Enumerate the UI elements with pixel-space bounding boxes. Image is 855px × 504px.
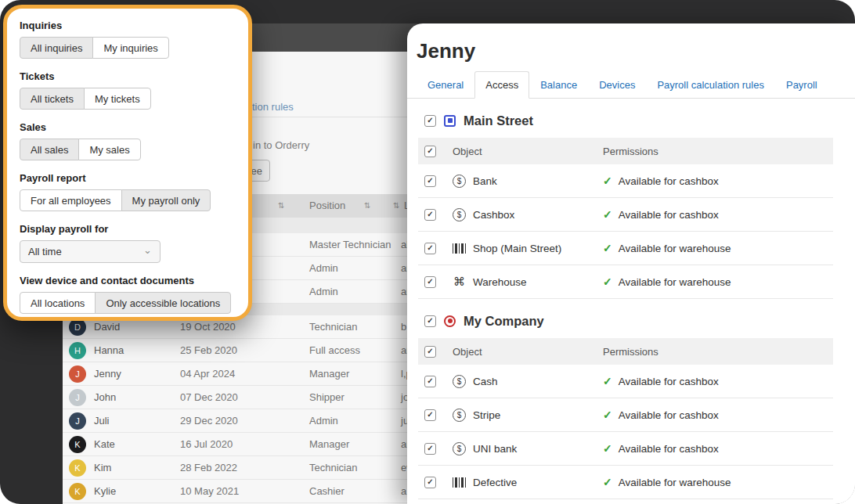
- payroll-period-label: Display payroll for: [20, 223, 236, 235]
- inquiries-option-all-inquiries[interactable]: All inquiries: [20, 37, 93, 59]
- checkbox[interactable]: ✓: [424, 376, 436, 387]
- employee-name: Hanna: [94, 344, 124, 356]
- signin-text-fragment: in to Orderry: [253, 139, 309, 151]
- employee-date: 19 Oct 2020: [180, 321, 236, 333]
- tab-access[interactable]: Access: [474, 71, 529, 99]
- permission-cell: ✓Available for cashbox: [603, 208, 833, 221]
- check-icon: ✓: [603, 409, 612, 421]
- inquiries-label: Inquiries: [20, 20, 236, 31]
- permission-row: ✓Defective✓Available for warehouse: [418, 466, 833, 499]
- popover-documents-group: View device and contact documentsAll loc…: [20, 275, 236, 314]
- check-icon: ✓: [427, 117, 433, 124]
- check-icon: ✓: [427, 317, 433, 325]
- employee-date: 04 Apr 2024: [180, 368, 235, 380]
- permission-cell: ✓Available for warehouse: [603, 476, 833, 488]
- object-cell: Defective: [453, 477, 603, 488]
- tickets-option-all-tickets[interactable]: All tickets: [20, 88, 85, 110]
- checkbox[interactable]: ✓: [424, 146, 436, 157]
- payroll-period-value: All time: [28, 246, 62, 257]
- permission-row: ✓$Bank✓Available for cashbox: [418, 164, 833, 198]
- employee-position: Admin: [309, 415, 338, 427]
- check-icon: ✓: [603, 175, 612, 187]
- avatar: K: [69, 459, 86, 477]
- section-title: My Company: [464, 314, 544, 329]
- tab-devices[interactable]: Devices: [588, 71, 646, 99]
- tickets-label: Tickets: [20, 70, 236, 82]
- bg-tab-payroll-calculation-rules[interactable]: tion rules: [252, 101, 294, 113]
- avatar: H: [69, 342, 86, 359]
- sort-icon[interactable]: ⇅: [393, 201, 399, 210]
- permissions-sections: ✓Main Street✓ObjectPermissions✓$Bank✓Ava…: [407, 108, 855, 499]
- sales-label: Sales: [20, 121, 236, 133]
- permission-row: ✓$Stripe✓Available for cashbox: [418, 398, 833, 432]
- payroll-report-segmented-control: For all employeesMy payroll only: [20, 189, 211, 211]
- screenshot-canvas: tion rules in to Orderry ee ⇅ Position ⇅…: [0, 0, 855, 504]
- tab-general[interactable]: General: [417, 71, 474, 99]
- permission-row: ✓$Cashbox✓Available for cashbox: [418, 198, 833, 232]
- view-device-and-contact-documents-option-all-locations[interactable]: All locations: [20, 292, 96, 314]
- checkbox[interactable]: ✓: [424, 346, 436, 358]
- employee-date: 29 Dec 2020: [180, 415, 238, 427]
- avatar: J: [69, 412, 86, 430]
- object-cell: $UNI bank: [453, 442, 603, 455]
- checkbox[interactable]: ✓: [424, 409, 436, 421]
- employee-position: Technician: [309, 462, 357, 473]
- command-icon: ⌘: [453, 275, 466, 289]
- check-icon: ✓: [427, 211, 433, 218]
- checkbox[interactable]: ✓: [424, 209, 436, 221]
- inquiries-option-my-inquiries[interactable]: My inquiries: [92, 37, 168, 59]
- checkbox[interactable]: ✓: [424, 443, 436, 455]
- money-circle-icon: $: [453, 208, 466, 221]
- column-permissions: Permissions: [603, 146, 833, 157]
- tab-payroll-calculation-rules[interactable]: Payroll calculation rules: [646, 71, 775, 99]
- object-cell: $Cashbox: [453, 208, 603, 221]
- popover-groups: InquiriesAll inquiriesMy inquiriesTicket…: [20, 20, 236, 211]
- check-icon: ✓: [427, 244, 433, 252]
- inquiries-segmented-control: All inquiriesMy inquiries: [20, 37, 169, 59]
- check-icon: ✓: [427, 411, 433, 419]
- permission-label: Available for cashbox: [619, 376, 719, 387]
- sort-icon[interactable]: ⇅: [278, 201, 284, 210]
- column-object: Object: [453, 146, 603, 157]
- permission-cell: ✓Available for warehouse: [603, 242, 833, 254]
- checkbox[interactable]: ✓: [424, 243, 436, 254]
- checkbox[interactable]: ✓: [424, 315, 436, 327]
- barcode-icon: [453, 477, 466, 488]
- checkbox[interactable]: ✓: [424, 276, 436, 288]
- tab-balance[interactable]: Balance: [529, 71, 588, 99]
- view-device-and-contact-documents-option-only-accessible-locations[interactable]: Only accessible locations: [95, 292, 231, 314]
- permissions-section-my-company: ✓My Company✓ObjectPermissions✓$Cash✓Avai…: [407, 308, 855, 499]
- view-device-and-contact-documents-label: View device and contact documents: [20, 275, 236, 286]
- employee-position: Shipper: [309, 391, 345, 403]
- chevron-down-icon: ⌄: [143, 244, 152, 256]
- permission-cell: ✓Available for cashbox: [603, 409, 833, 421]
- money-circle-icon: $: [453, 175, 466, 188]
- payroll-period-group: Display payroll for All time ⌄: [20, 223, 236, 263]
- sort-icon[interactable]: ⇅: [364, 201, 370, 210]
- payroll-period-select[interactable]: All time ⌄: [20, 240, 161, 263]
- checkbox[interactable]: ✓: [424, 115, 436, 127]
- permissions-popover: InquiriesAll inquiriesMy inquiriesTicket…: [3, 5, 252, 321]
- avatar: J: [69, 365, 86, 383]
- object-cell: Shop (Main Street): [453, 243, 603, 254]
- tab-payroll[interactable]: Payroll: [775, 71, 828, 99]
- permission-row: ✓⌘Warehouse✓Available for warehouse: [418, 265, 833, 299]
- sales-option-my-sales[interactable]: My sales: [78, 139, 140, 160]
- check-icon: ✓: [427, 377, 433, 385]
- sales-group: SalesAll salesMy sales: [20, 121, 236, 160]
- employee-detail-panel: Jenny GeneralAccessBalanceDevicesPayroll…: [407, 23, 855, 504]
- employee-date: 28 Feb 2022: [180, 462, 237, 473]
- payroll-report-option-my-payroll-only[interactable]: My payroll only: [121, 189, 211, 211]
- check-icon: ✓: [603, 208, 612, 221]
- detail-tabs: GeneralAccessBalanceDevicesPayroll calcu…: [407, 71, 855, 99]
- checkbox[interactable]: ✓: [424, 175, 436, 187]
- permission-row: ✓$UNI bank✓Available for cashbox: [418, 432, 833, 466]
- record-circle-icon: [444, 315, 456, 327]
- check-icon: ✓: [603, 476, 612, 488]
- section-header: ✓Main Street: [407, 108, 855, 133]
- tickets-option-my-tickets[interactable]: My tickets: [84, 88, 151, 110]
- checkbox[interactable]: ✓: [424, 477, 436, 488]
- payroll-report-option-for-all-employees[interactable]: For all employees: [20, 189, 122, 211]
- avatar: K: [69, 483, 86, 500]
- sales-option-all-sales[interactable]: All sales: [20, 139, 79, 160]
